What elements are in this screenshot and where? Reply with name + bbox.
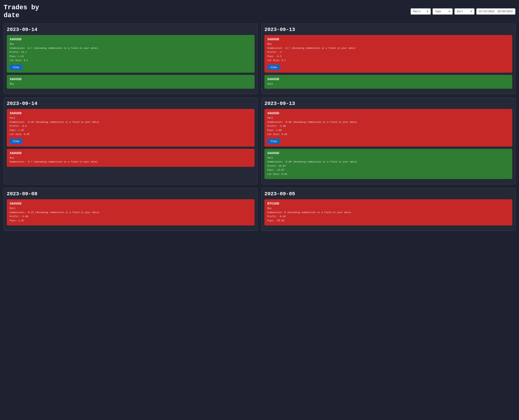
- trade-profit: Profit: -9.6: [10, 124, 252, 128]
- pairs-label: Pairs: [413, 10, 421, 13]
- trade-direction: Buy: [267, 207, 509, 210]
- trade-symbol: BTCUSD: [267, 202, 509, 205]
- trade-card: XAUUSDSellCommission: -0.36 (Assuming co…: [7, 109, 255, 147]
- trade-card: XAUUSDBuyCommission: -0.7 (Assuming comm…: [7, 149, 255, 167]
- trade-symbol: XAUUSD: [10, 38, 252, 41]
- trade-direction: Sell: [10, 116, 252, 120]
- pairs-chevron-icon: [426, 11, 428, 12]
- pairs-dropdown[interactable]: Pairs: [411, 8, 431, 15]
- trade-commission: Commission: -0.36 (Assuming commission i…: [10, 120, 252, 124]
- trade-commission: Commission: -0.7 (Assuming commission is…: [10, 46, 252, 50]
- trade-direction: Sell: [267, 116, 509, 120]
- date-section-2023-09-13: 2023-09-13XAUUSDSellCommission: -0.08 (A…: [261, 98, 515, 184]
- trade-direction: Buy: [10, 156, 252, 160]
- trade-pips: Pips: 1.92: [10, 128, 252, 132]
- trade-symbol: XAUUSD: [267, 38, 509, 41]
- trade-symbol: XAUUSD: [10, 202, 252, 205]
- view-button[interactable]: View: [267, 65, 280, 70]
- date-section-2023-09-14: 2023-09-14XAUUSDSellCommission: -0.36 (A…: [4, 98, 258, 184]
- view-button[interactable]: View: [10, 139, 23, 144]
- trade-lot-size: Lot Size: 0.05: [10, 133, 252, 136]
- trades-grid: 2023-09-14XAUUSDBuyCommission: -0.7 (Ass…: [4, 24, 515, 231]
- trade-card: BTCUSDBuyCommission: 0 (Assuming commiss…: [264, 199, 512, 225]
- trade-symbol: XAUUSD: [267, 77, 509, 81]
- date-start: 07/22/2023: [479, 10, 494, 13]
- trade-profit: Profit: -3: [267, 51, 509, 54]
- view-button[interactable]: View: [267, 139, 280, 144]
- trade-symbol: XAUUSD: [267, 151, 509, 155]
- trade-pips: Pips: -15.07: [267, 168, 509, 172]
- trade-lot-size: Lot Size: 0.01: [267, 172, 509, 176]
- trade-pips: Pips: 1.32: [10, 219, 252, 223]
- trade-pips: Pips: -0.3: [267, 55, 509, 58]
- trade-symbol: XAUUSD: [10, 112, 252, 115]
- trade-profit: Profit: -0.94: [267, 215, 509, 218]
- date-heading: 2023-09-14: [7, 27, 255, 32]
- date-section-2023-09-08: 2023-09-08XAUUSDSellCommission: -0.22 (A…: [4, 188, 258, 231]
- trade-direction: Buy: [10, 42, 252, 46]
- date-section-2023-09-14: 2023-09-14XAUUSDBuyCommission: -0.7 (Ass…: [4, 24, 258, 94]
- date-section-2023-09-13: 2023-09-13XAUUSDBuyCommission: -0.7 (Ass…: [261, 24, 515, 94]
- sort-chevron-icon: [470, 11, 472, 12]
- view-button[interactable]: View: [10, 65, 23, 70]
- trade-direction: Buy: [267, 42, 509, 46]
- trade-direction: Sell: [10, 207, 252, 210]
- date-heading: 2023-09-13: [264, 101, 512, 106]
- trade-pips: Pips: 1.68: [267, 128, 509, 132]
- trade-symbol: XAUUSD: [267, 112, 509, 115]
- trade-card: XAUUSDSellCommission: -0.08 (Assuming co…: [264, 149, 512, 179]
- date-heading: 2023-09-14: [7, 101, 255, 106]
- trade-profit: Profit: 14.1: [10, 51, 252, 54]
- trade-lot-size: Lot Size: 0.01: [267, 133, 509, 136]
- type-chevron-icon: [449, 11, 450, 12]
- header-controls: Pairs Type Sort 07/22/2023 10/20/2023: [411, 8, 515, 15]
- trade-commission: Commission: -0.08 (Assuming commission i…: [267, 120, 509, 124]
- trade-profit: Profit: -1.68: [267, 124, 509, 128]
- date-heading: 2023-09-08: [7, 191, 255, 197]
- trade-lot-size: Lot Size: 0.1: [10, 59, 252, 62]
- trade-commission: Commission: -0.7 (Assuming commission is…: [267, 46, 509, 50]
- trade-commission: Commission: -0.08 (Assuming commission i…: [267, 160, 509, 164]
- trade-profit: Profit: 15.07: [267, 164, 509, 168]
- trade-direction: Sell: [267, 156, 509, 160]
- date-heading: 2023-09-05: [264, 191, 512, 197]
- trade-card: XAUUSDBuyCommission: -0.7 (Assuming comm…: [264, 35, 512, 73]
- trade-card: XAUUSDSellCommission: -0.22 (Assuming co…: [7, 199, 255, 225]
- trade-pips: Pips: -93.92: [267, 219, 509, 223]
- trade-card: XAUUSDBuyCommission: -0.7 (Assuming comm…: [7, 35, 255, 73]
- trade-symbol: XAUUSD: [10, 151, 252, 155]
- trade-lot-size: Lot Size: 0.1: [267, 59, 509, 62]
- trade-commission: Commission: 0 (Assuming commission is a …: [267, 211, 509, 214]
- trade-direction: Buy: [10, 82, 252, 86]
- sort-label: Sort: [457, 10, 463, 13]
- trade-direction: Sell: [267, 82, 509, 86]
- trade-card: XAUUSDSell: [264, 75, 512, 89]
- date-end: 10/20/2023: [497, 10, 513, 13]
- page-title: Trades by date: [4, 4, 40, 19]
- trade-commission: Commission: -0.7 (Assuming commission is…: [10, 160, 252, 164]
- date-heading: 2023-09-13: [264, 27, 512, 32]
- page-header: Trades by date Pairs Type Sort 07/22/202…: [4, 4, 515, 19]
- trade-pips: Pips: 1.41: [10, 55, 252, 58]
- trade-commission: Commission: -0.22 (Assuming commission i…: [10, 211, 252, 214]
- type-label: Type: [435, 10, 441, 13]
- type-dropdown[interactable]: Type: [433, 8, 453, 15]
- date-section-2023-09-05: 2023-09-05BTCUSDBuyCommission: 0 (Assumi…: [261, 188, 515, 231]
- trade-symbol: XAUUSD: [10, 77, 252, 81]
- sort-dropdown[interactable]: Sort: [454, 8, 474, 15]
- trade-card: XAUUSDSellCommission: -0.08 (Assuming co…: [264, 109, 512, 147]
- trade-profit: Profit: -3.96: [10, 215, 252, 218]
- date-range[interactable]: 07/22/2023 10/20/2023: [476, 8, 515, 15]
- trade-card: XAUUSDBuy: [7, 75, 255, 89]
